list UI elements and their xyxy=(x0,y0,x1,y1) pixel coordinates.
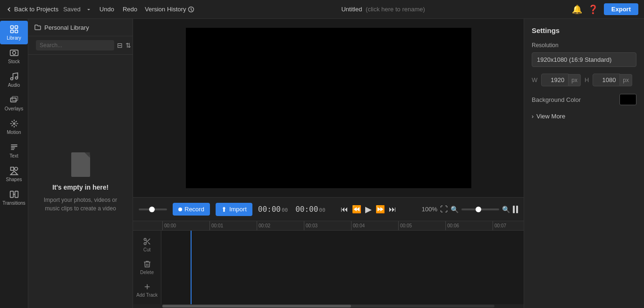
chevron-right-icon: › xyxy=(532,113,534,120)
sidebar-item-library[interactable]: Library xyxy=(0,21,28,44)
time-display: 00:00 00 00:00 00 xyxy=(258,205,326,214)
preview-area xyxy=(133,19,524,197)
playhead-slider[interactable] xyxy=(139,208,167,210)
width-input[interactable] xyxy=(541,74,569,86)
fullscreen-button[interactable]: ⛶ xyxy=(440,205,448,214)
version-history-icon xyxy=(188,6,194,13)
text-icon xyxy=(9,142,19,152)
svg-rect-1 xyxy=(10,26,13,29)
ruler-mark: 00:01 xyxy=(209,221,257,231)
sidebar-item-transitions[interactable]: Transitions xyxy=(0,186,28,209)
play-button[interactable]: ▶ xyxy=(365,204,372,215)
timeline-playhead-line xyxy=(191,231,192,304)
resolution-label: Resolution xyxy=(532,42,636,49)
saved-dropdown-icon[interactable] xyxy=(85,6,92,13)
svg-point-18 xyxy=(144,238,146,241)
skip-to-end-button[interactable]: ⏭ xyxy=(389,205,396,214)
version-history-button[interactable]: Version History xyxy=(145,6,194,13)
rename-hint: (click here to rename) xyxy=(366,6,425,13)
empty-file-icon xyxy=(69,150,92,179)
undo-button[interactable]: Undo xyxy=(97,5,117,14)
saved-status: Saved xyxy=(63,6,81,13)
add-track-label: Add Track xyxy=(136,292,158,298)
delete-label: Delete xyxy=(140,270,154,275)
height-label: H xyxy=(585,76,589,83)
sidebar-item-text[interactable]: Text xyxy=(0,139,28,162)
width-label: W xyxy=(532,76,537,83)
main-area: Library Stock Audio Overlays Motion Text… xyxy=(0,19,644,308)
pause-button[interactable] xyxy=(513,206,518,213)
timeline-ruler: 00:0000:0100:0200:0300:0400:0500:0600:07… xyxy=(133,221,524,231)
filter-icon[interactable]: ⊟ xyxy=(117,42,123,49)
video-preview xyxy=(186,28,471,188)
sidebar-label-library: Library xyxy=(7,35,21,41)
scrollbar-track[interactable] xyxy=(162,305,494,308)
timeline-main: Cut Delete Add Track Tracks xyxy=(133,231,524,304)
fast-forward-button[interactable]: ⏩ xyxy=(376,205,385,214)
svg-point-19 xyxy=(144,242,146,245)
ruler-mark: 00:04 xyxy=(351,221,398,231)
action-item-cut[interactable]: Cut xyxy=(133,234,161,255)
playhead-track xyxy=(139,208,167,210)
icon-sidebar: Library Stock Audio Overlays Motion Text… xyxy=(0,19,28,308)
height-unit: px xyxy=(620,74,632,86)
title-area[interactable]: Untitled (click here to rename) xyxy=(194,6,571,13)
cut-icon xyxy=(143,237,151,246)
resolution-dropdown[interactable]: 1920x1080 (16:9 Standard) xyxy=(532,52,636,67)
empty-title: It's empty in here! xyxy=(52,183,109,191)
skip-to-start-button[interactable]: ⏮ xyxy=(341,205,348,214)
bg-color-swatch[interactable] xyxy=(619,94,636,105)
topbar: Back to Projects Saved Undo Redo Version… xyxy=(0,0,644,19)
action-item-delete[interactable]: Delete xyxy=(133,257,161,278)
zoom-slider[interactable] xyxy=(461,208,499,210)
ruler-mark: 00:03 xyxy=(304,221,351,231)
zoom-out-button[interactable]: 🔍 xyxy=(451,206,459,213)
version-history-label: Version History xyxy=(145,6,186,13)
ruler-mark: 00:06 xyxy=(445,221,493,231)
add-track-icon xyxy=(143,283,151,291)
export-button[interactable]: Export xyxy=(604,3,638,15)
svg-rect-4 xyxy=(15,30,17,33)
sidebar-item-shapes[interactable]: Shapes xyxy=(0,162,28,186)
center-area: Record ⬆ Import 00:00 00 00:00 00 ⏮ ⏪ ▶ … xyxy=(133,19,524,308)
library-header-label: Personal Library xyxy=(44,24,89,31)
sidebar-item-overlays[interactable]: Overlays xyxy=(0,92,28,115)
zoom-in-button[interactable]: 🔍 xyxy=(502,206,510,213)
playback-controls: ⏮ ⏪ ▶ ⏩ ⏭ xyxy=(341,204,396,215)
view-more-button[interactable]: › View More xyxy=(532,113,636,120)
rewind-button[interactable]: ⏪ xyxy=(352,205,361,214)
sidebar-item-motion[interactable]: Motion xyxy=(0,115,28,139)
record-button[interactable]: Record xyxy=(173,203,210,216)
sidebar-item-stock[interactable]: Stock xyxy=(0,44,28,68)
search-input[interactable] xyxy=(36,40,114,50)
sidebar-label-text: Text xyxy=(9,153,18,158)
stock-icon xyxy=(9,48,19,58)
redo-button[interactable]: Redo xyxy=(120,5,140,14)
bg-color-label: Background Color xyxy=(532,96,581,103)
sidebar-item-audio[interactable]: Audio xyxy=(0,68,28,92)
scrollbar-thumb[interactable] xyxy=(162,305,351,308)
import-button[interactable]: ⬆ Import xyxy=(216,203,252,216)
scrollbar-container xyxy=(133,304,524,308)
ruler-mark: 00:07 xyxy=(493,221,524,231)
ruler-mark: 00:00 xyxy=(162,221,209,231)
sort-icon[interactable]: ⇅ xyxy=(125,42,131,49)
notifications-button[interactable]: 🔔 xyxy=(572,4,582,15)
library-header: Personal Library xyxy=(28,19,133,36)
delete-icon xyxy=(143,260,151,268)
file-icon-body xyxy=(71,152,90,177)
height-input[interactable] xyxy=(593,74,620,86)
current-time-ms: 00 xyxy=(282,207,288,213)
transitions-icon xyxy=(9,190,19,199)
back-label: Back to Projects xyxy=(14,6,59,13)
action-item-add-track[interactable]: Add Track xyxy=(133,280,161,300)
sidebar-label-motion: Motion xyxy=(7,130,21,135)
width-input-group: px xyxy=(541,74,581,86)
library-panel: Personal Library ⊟ ⇅ It's empty in here!… xyxy=(28,19,133,308)
help-button[interactable]: ❓ xyxy=(588,4,598,15)
back-button[interactable]: Back to Projects xyxy=(6,6,59,13)
shapes-icon xyxy=(9,166,19,175)
total-time-ms: 00 xyxy=(319,207,325,213)
timeline-track-area xyxy=(161,231,524,304)
current-time: 00:00 xyxy=(258,205,281,214)
